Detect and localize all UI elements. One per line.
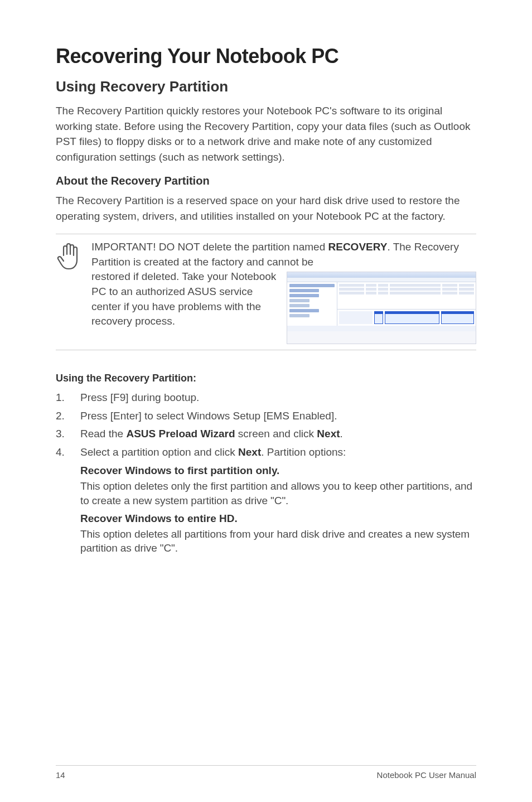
hand-stop-icon [56, 240, 83, 271]
note-text-1a: IMPORTANT! DO NOT delete the partition n… [91, 241, 328, 253]
step-4c: . Partition options: [261, 446, 346, 458]
steps-heading: Using the Recovery Partition: [56, 373, 476, 384]
option-1: Recover Windows to first partition only.… [56, 465, 476, 508]
step-4a: Select a partition option and click [80, 446, 238, 458]
option-1-desc: This option deletes only the first parti… [80, 479, 476, 508]
disk-management-screenshot [287, 272, 476, 344]
step-3: Read the ASUS Preload Wizard screen and … [56, 426, 476, 442]
step-3-next: Next [317, 428, 340, 439]
step-3a: Read the [80, 428, 126, 439]
option-2: Recover Windows to entire HD. This optio… [56, 513, 476, 555]
steps-list: Press [F9] during bootup. Press [Enter] … [56, 390, 476, 460]
section-para-using: The Recovery Partition quickly restores … [56, 103, 476, 165]
step-3-wizard: ASUS Preload Wizard [126, 428, 235, 439]
step-3e: . [340, 428, 343, 439]
page-footer: 14 Notebook PC User Manual [56, 765, 476, 780]
note-text-2: restored if deleted. Take your Notebook … [91, 269, 278, 328]
section-heading-about: About the Recovery Partition [56, 175, 476, 187]
page-number: 14 [56, 770, 65, 780]
step-4: Select a partition option and click Next… [56, 445, 476, 461]
important-note: IMPORTANT! DO NOT delete the partition n… [56, 234, 476, 350]
step-3c: screen and click [235, 428, 317, 439]
note-content: IMPORTANT! DO NOT delete the partition n… [91, 240, 476, 344]
section-para-about: The Recovery Partition is a reserved spa… [56, 193, 476, 224]
section-heading-using: Using Recovery Partition [56, 78, 476, 95]
main-title: Recovering Your Notebook PC [56, 45, 476, 68]
manual-name: Notebook PC User Manual [377, 770, 476, 780]
step-1: Press [F9] during bootup. [56, 390, 476, 406]
step-2: Press [Enter] to select Windows Setup [E… [56, 408, 476, 424]
option-2-title: Recover Windows to entire HD. [80, 513, 476, 525]
option-2-desc: This option deletes all partitions from … [80, 527, 476, 555]
option-1-title: Recover Windows to first partition only. [80, 465, 476, 477]
step-4-next: Next [238, 446, 261, 458]
note-recovery-word: RECOVERY [328, 241, 388, 253]
